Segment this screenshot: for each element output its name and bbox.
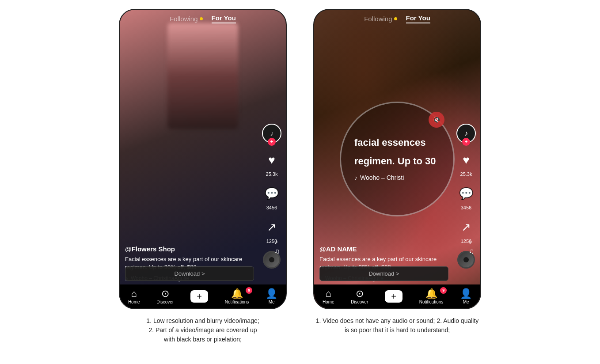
- left-nav-notifications[interactable]: 🔔 9 Notifications: [225, 289, 249, 304]
- left-like-icon: ♥: [262, 150, 281, 170]
- left-following-tab[interactable]: Following: [170, 15, 202, 23]
- left-music-notes: ♪ ♫: [274, 238, 280, 255]
- left-home-icon: ⌂: [131, 289, 137, 299]
- left-video-overlay: ♪ + ♥ 25.3k 💬 3456 ↗ 1256: [120, 10, 286, 308]
- right-notif-badge: 9: [440, 287, 447, 294]
- right-bottom-nav: ⌂ Home ⊙ Discover + 🔔 9 Notifications 👤 …: [314, 284, 480, 308]
- right-nav-add[interactable]: +: [385, 290, 403, 303]
- right-mute-text-line2: regimen. Up to 30: [354, 155, 436, 167]
- right-phone: Following For You 🔇 facial essences regi…: [313, 9, 481, 309]
- right-for-you-tab[interactable]: For You: [406, 14, 430, 23]
- right-discover-icon: ⊙: [356, 289, 364, 299]
- right-mute-button[interactable]: 🔇: [429, 112, 444, 128]
- right-me-icon: 👤: [460, 289, 472, 299]
- left-tiktok-logo-icon: ♪: [270, 129, 273, 137]
- right-avatar-item[interactable]: ♪ +: [456, 124, 476, 143]
- right-note2-icon: ♫: [469, 247, 474, 255]
- left-me-label: Me: [269, 300, 275, 304]
- left-discover-icon: ⊙: [161, 289, 169, 299]
- left-avatar-item[interactable]: ♪ +: [262, 124, 281, 143]
- right-following-dot: [394, 17, 397, 20]
- right-comment-icon: 💬: [456, 184, 476, 203]
- left-nav-discover[interactable]: ⊙ Discover: [156, 289, 174, 304]
- left-nav-add[interactable]: +: [190, 290, 208, 303]
- left-for-you-tab[interactable]: For You: [212, 14, 236, 23]
- right-mute-overlay: 🔇 facial essences regimen. Up to 30 ♪ Wo…: [340, 102, 455, 216]
- right-caption-text: 1. Video does not have any audio or soun…: [316, 317, 479, 334]
- right-avatar: ♪ +: [456, 124, 476, 143]
- right-mute-text-line1: facial essences: [354, 137, 425, 148]
- left-comment-count: 3456: [266, 205, 277, 210]
- left-notif-label: Notifications: [225, 300, 249, 304]
- left-phone-header: Following For You: [120, 10, 286, 26]
- left-like-item[interactable]: ♥ 25.3k: [262, 150, 281, 177]
- left-comment-icon: 💬: [262, 184, 281, 203]
- right-share-icon: ↗: [456, 217, 476, 237]
- left-video-area[interactable]: ♪ + ♥ 25.3k 💬 3456 ↗ 1256: [120, 10, 286, 308]
- left-notif-badge: 9: [246, 287, 252, 294]
- left-phone-wrapper: Following For You ♪ +: [119, 9, 287, 344]
- left-me-icon: 👤: [266, 289, 277, 299]
- left-caption: 1. Low resolution and blurry video/image…: [146, 316, 259, 344]
- left-like-count: 25.3k: [266, 171, 278, 177]
- right-like-item[interactable]: ♥ 25.3k: [456, 150, 476, 177]
- left-download-area: Download >: [120, 263, 259, 284]
- right-home-label: Home: [323, 300, 334, 304]
- right-mute-song-name: Wooho – Christi: [360, 174, 404, 181]
- right-nav-me[interactable]: 👤 Me: [460, 289, 472, 304]
- right-notif-label: Notifications: [419, 300, 443, 304]
- right-music-notes: ♪ ♫: [469, 238, 474, 255]
- right-nav-discover[interactable]: ⊙ Discover: [351, 289, 368, 304]
- right-video-area[interactable]: 🔇 facial essences regimen. Up to 30 ♪ Wo…: [314, 10, 480, 308]
- right-download-area: Download >: [314, 263, 454, 284]
- left-caption-text: 1. Low resolution and blurry video/image…: [146, 317, 259, 343]
- right-me-label: Me: [463, 300, 469, 304]
- left-home-label: Home: [128, 300, 140, 304]
- left-add-icon: +: [190, 290, 208, 303]
- right-following-tab[interactable]: Following: [364, 15, 397, 23]
- right-like-count: 25.3k: [460, 171, 472, 177]
- right-mute-note-icon: ♪: [354, 174, 357, 181]
- left-notif-icon: 🔔: [231, 289, 243, 299]
- left-avatar: ♪ +: [262, 124, 281, 143]
- right-caption: 1. Video does not have any audio or soun…: [313, 316, 481, 335]
- right-follow-plus-badge: +: [462, 138, 470, 146]
- left-for-you-label: For You: [212, 14, 236, 22]
- right-home-icon: ⌂: [326, 289, 331, 299]
- left-disc-inner: [269, 257, 274, 262]
- right-phone-wrapper: Following For You 🔇 facial essences regi…: [313, 9, 481, 335]
- right-comment-count: 3456: [461, 205, 471, 210]
- right-video-overlay: 🔇 facial essences regimen. Up to 30 ♪ Wo…: [314, 10, 480, 308]
- left-note2-icon: ♫: [274, 247, 280, 255]
- left-comment-item[interactable]: 💬 3456: [262, 184, 281, 210]
- left-share-icon: ↗: [262, 217, 281, 237]
- right-tiktok-logo-icon: ♪: [464, 129, 468, 137]
- right-mute-song: ♪ Wooho – Christi: [354, 174, 404, 181]
- right-discover-label: Discover: [351, 300, 368, 304]
- left-discover-label: Discover: [156, 300, 174, 304]
- right-following-label: Following: [364, 15, 392, 23]
- left-following-label: Following: [170, 15, 197, 23]
- right-note1-icon: ♪: [469, 238, 474, 246]
- right-for-you-label: For You: [406, 14, 430, 22]
- right-like-icon: ♥: [456, 150, 476, 170]
- right-nav-notifications[interactable]: 🔔 9 Notifications: [419, 289, 443, 304]
- right-add-icon: +: [385, 290, 403, 303]
- left-nav-home[interactable]: ⌂ Home: [128, 289, 140, 304]
- left-bottom-nav: ⌂ Home ⊙ Discover + 🔔 9 Notifications 👤 …: [120, 284, 286, 308]
- left-username[interactable]: @Flowers Shop: [125, 245, 259, 253]
- left-following-dot: [200, 17, 203, 20]
- right-phone-header: Following For You: [314, 10, 480, 26]
- left-note1-icon: ♪: [274, 238, 280, 246]
- right-disc-inner: [463, 257, 469, 262]
- left-download-button[interactable]: Download >: [125, 266, 254, 281]
- right-notif-icon: 🔔: [425, 289, 437, 299]
- right-comment-item[interactable]: 💬 3456: [456, 184, 476, 210]
- left-phone: Following For You ♪ +: [119, 9, 287, 309]
- left-follow-plus-badge: +: [268, 138, 276, 146]
- right-nav-home[interactable]: ⌂ Home: [323, 289, 334, 304]
- right-download-button[interactable]: Download >: [319, 266, 448, 281]
- left-nav-me[interactable]: 👤 Me: [266, 289, 277, 304]
- right-username[interactable]: @AD NAME: [319, 245, 454, 253]
